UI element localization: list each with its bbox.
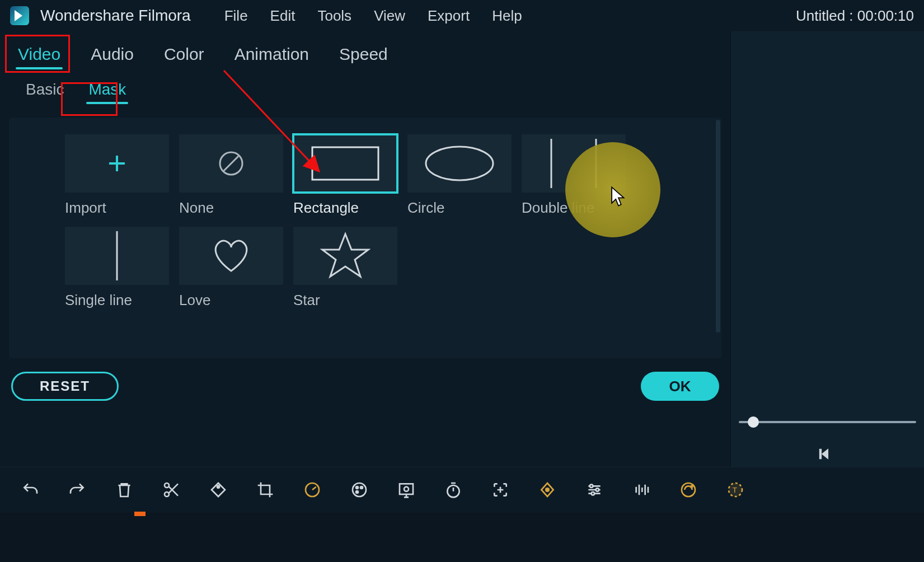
property-tabs: Video Audio Color Animation Speed	[0, 31, 730, 73]
mask-none[interactable]	[179, 134, 283, 193]
trash-icon	[115, 481, 133, 499]
svg-point-12	[217, 485, 219, 488]
green-screen-button[interactable]	[396, 480, 416, 500]
svg-point-22	[590, 484, 593, 487]
timeline-toolbar: T	[0, 467, 924, 512]
mask-love-label: Love	[179, 292, 283, 309]
mask-star-label: Star	[293, 292, 397, 309]
undo-button[interactable]	[20, 480, 40, 500]
equalizer-icon	[632, 481, 650, 499]
text-style-icon: T	[726, 481, 744, 499]
subtab-mask[interactable]: Mask	[84, 78, 130, 104]
svg-point-16	[360, 486, 363, 489]
mask-circle-label: Circle	[407, 199, 512, 217]
tab-speed[interactable]: Speed	[335, 41, 392, 69]
svg-rect-2	[312, 147, 378, 180]
timeline-playhead-icon[interactable]	[134, 512, 146, 516]
step-back-button[interactable]	[817, 447, 832, 463]
audio-adjust-button[interactable]	[631, 480, 651, 500]
video-subtabs: Basic Mask	[0, 73, 730, 114]
menu-view[interactable]: View	[374, 7, 405, 25]
mask-rectangle[interactable]	[293, 134, 397, 193]
redo-icon	[68, 481, 86, 499]
preview-slider[interactable]	[739, 421, 916, 423]
svg-point-11	[165, 483, 169, 488]
mask-import[interactable]	[65, 134, 169, 193]
tag-icon	[209, 481, 227, 499]
mask-single-line-label: Single line	[65, 292, 169, 309]
mask-star[interactable]	[293, 227, 397, 285]
prohibit-icon	[217, 149, 245, 177]
cut-button[interactable]	[161, 480, 181, 500]
svg-point-17	[356, 491, 358, 493]
mask-panel: Import None Rectangle	[9, 118, 721, 358]
undo-icon	[21, 481, 39, 499]
svg-point-23	[596, 488, 599, 491]
speed-icon	[303, 481, 321, 499]
color-button[interactable]	[349, 480, 369, 500]
palette-icon	[350, 481, 368, 499]
svg-point-21	[546, 488, 548, 491]
mask-love[interactable]	[179, 227, 283, 285]
mask-single-line[interactable]	[65, 227, 169, 285]
tag-button[interactable]	[208, 480, 228, 500]
step-back-icon	[817, 447, 832, 461]
app-logo-icon	[10, 6, 29, 25]
svg-point-3	[426, 147, 493, 180]
panel-buttons: RESET OK	[0, 358, 730, 401]
mask-circle[interactable]	[407, 134, 512, 193]
svg-point-24	[592, 492, 594, 495]
subtab-basic[interactable]: Basic	[21, 78, 68, 104]
timeline-area[interactable]	[0, 513, 924, 562]
menu-export[interactable]: Export	[428, 7, 470, 25]
motion-track-button[interactable]	[490, 480, 510, 500]
delete-button[interactable]	[114, 480, 134, 500]
tab-audio[interactable]: Audio	[86, 41, 138, 69]
speed-ramp-button[interactable]	[678, 480, 698, 500]
plus-icon	[106, 152, 128, 175]
preview-slider-thumb[interactable]	[748, 416, 759, 428]
motion-track-icon	[491, 481, 509, 499]
speed-button[interactable]	[302, 480, 322, 500]
adjust-button[interactable]	[584, 480, 604, 500]
menu-edit[interactable]: Edit	[270, 7, 296, 25]
timer-button[interactable]	[443, 480, 463, 500]
star-icon	[320, 231, 370, 281]
text-style-button[interactable]: T	[725, 480, 745, 500]
sliders-icon	[585, 481, 603, 499]
tab-animation[interactable]: Animation	[230, 41, 313, 69]
ellipse-icon	[420, 141, 499, 186]
menu-help[interactable]: Help	[492, 7, 522, 25]
preview-panel	[730, 31, 924, 468]
mask-none-label: None	[179, 199, 283, 217]
svg-marker-7	[322, 234, 368, 277]
chroma-icon	[397, 481, 415, 499]
tab-color[interactable]: Color	[160, 41, 209, 69]
scissors-icon	[162, 481, 180, 499]
mask-import-label: Import	[65, 199, 169, 217]
mask-rectangle-label: Rectangle	[293, 199, 397, 217]
titlebar: Wondershare Filmora File Edit Tools View…	[0, 0, 924, 31]
heart-icon	[209, 236, 254, 275]
keyframe-button[interactable]	[537, 480, 557, 500]
tab-video[interactable]: Video	[13, 41, 65, 69]
rectangle-icon	[309, 144, 382, 183]
menu-file[interactable]: File	[224, 7, 248, 25]
main-menu: File Edit Tools View Export Help	[224, 7, 522, 25]
svg-point-10	[165, 492, 169, 497]
speedramp-icon	[679, 481, 697, 499]
document-title: Untitled : 00:00:10	[796, 7, 914, 25]
svg-point-15	[356, 486, 358, 489]
svg-point-19	[404, 486, 409, 491]
crop-button[interactable]	[255, 480, 275, 500]
properties-panel: Video Audio Color Animation Speed Basic …	[0, 31, 730, 468]
double-line-icon	[529, 135, 618, 191]
reset-button[interactable]: RESET	[11, 372, 119, 401]
svg-rect-18	[400, 484, 413, 494]
mask-scrollbar[interactable]	[716, 120, 720, 332]
redo-button[interactable]	[67, 480, 87, 500]
mask-double-line[interactable]	[522, 134, 626, 193]
crop-icon	[256, 481, 274, 499]
menu-tools[interactable]: Tools	[317, 7, 351, 25]
ok-button[interactable]: OK	[641, 372, 719, 401]
